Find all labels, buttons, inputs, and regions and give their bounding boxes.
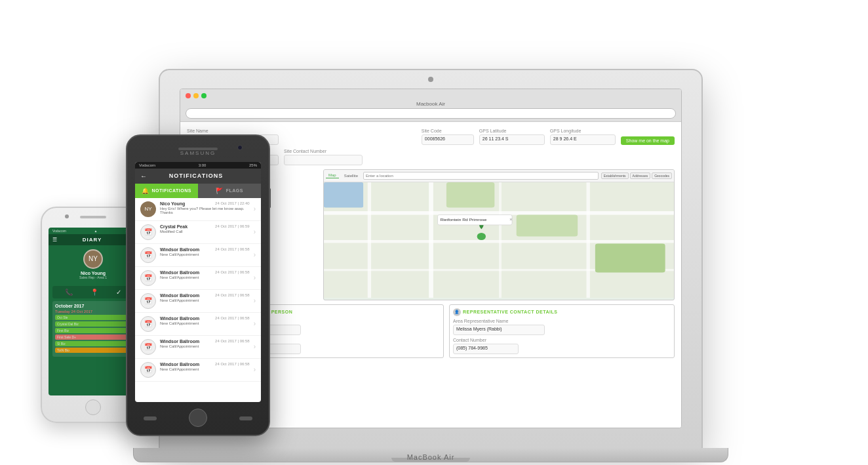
show-map-button[interactable]: Show me on the map [621, 136, 675, 145]
notif-avatar: NY [140, 201, 156, 217]
notification-item[interactable]: 📅 Windsor Ballroom 24 Oct 2017 | 06:58 N… [135, 244, 261, 267]
iphone-action-phone[interactable]: 📞 [65, 289, 73, 296]
notif-name: Windsor Ballroom [160, 362, 199, 367]
tab-notifications[interactable]: 🔔 NOTIFICATIONS [135, 184, 198, 198]
samsung-back-button[interactable] [144, 416, 157, 420]
iphone-diary-items: Oct SleCrystal Dal BizFirst BizFirst Sel… [55, 315, 131, 353]
scene: Macbook Air Site Name ACKERMANS APTEEK [41, 16, 827, 449]
gps-lat-group: GPS Latitude 26 11 23.4 S [479, 129, 545, 145]
notif-screen-title: NOTIFICATIONS [151, 172, 241, 179]
notif-chevron-icon: › [254, 205, 256, 212]
samsung-device: SAMSUNG Vodacom 3:00 25% ← NOTIFICATIONS [126, 134, 270, 436]
browser-url-bar[interactable] [186, 108, 676, 119]
map-search-input[interactable] [363, 172, 599, 180]
notification-item[interactable]: 📅 Windsor Ballroom 24 Oct 2017 | 06:58 N… [135, 313, 261, 336]
map-toolbar: Map Satellite Establishments Addresses G… [324, 170, 674, 182]
notif-chevron-icon: › [254, 274, 256, 281]
diary-item[interactable]: First Sele D+ [55, 334, 131, 340]
diary-item[interactable]: Sl Biz [55, 341, 131, 346]
notif-title-bar: ← NOTIFICATIONS [135, 169, 261, 184]
area-rep-input[interactable]: Melissa Myers (Rabbi) [453, 325, 545, 335]
contact-num-input[interactable]: (085) 784-9985 [453, 344, 519, 354]
notif-time: 24 Oct 2017 | 06:58 [215, 293, 250, 298]
notif-name: Windsor Ballroom [160, 247, 199, 252]
notif-back-icon[interactable]: ← [140, 172, 147, 180]
notif-time: 24 Oct 2017 | 22:40 [215, 201, 250, 206]
notif-message: Modified Call [160, 230, 250, 233]
traffic-yellow [193, 93, 199, 98]
notification-item[interactable]: 📅 Crystal Peak 24 Oct 2017 | 06:59 Modif… [135, 221, 261, 244]
notification-item[interactable]: 📅 Windsor Ballroom 24 Oct 2017 | 06:58 N… [135, 267, 261, 290]
iphone-app-header: ☰ DIARY 🔔 [49, 234, 138, 245]
map-chip-geocodes[interactable]: Geocodes [652, 172, 672, 179]
flags-tab-icon: 🚩 [216, 188, 224, 194]
iphone-action-check[interactable]: ✓ [116, 289, 121, 296]
map-container: Map Satellite Establishments Addresses G… [323, 169, 675, 300]
map-tab-satellite[interactable]: Satellite [342, 173, 361, 178]
diary-item[interactable]: Crystal Dal Biz [55, 321, 131, 327]
notif-name: Windsor Ballroom [160, 293, 199, 298]
svg-rect-6 [499, 182, 502, 298]
notif-content: Windsor Ballroom 24 Oct 2017 | 06:58 New… [160, 247, 250, 256]
diary-item[interactable]: First Biz [55, 328, 131, 333]
svg-rect-7 [587, 182, 590, 298]
macbook-camera [428, 77, 433, 82]
site-code-label: Site Code [422, 129, 474, 133]
diary-item[interactable]: Oct Sle [55, 315, 131, 320]
svg-rect-9 [517, 214, 578, 236]
svg-rect-11 [324, 182, 363, 208]
iphone-action-location[interactable]: 📍 [90, 289, 98, 296]
notification-item[interactable]: 📅 Windsor Ballroom 24 Oct 2017 | 06:58 N… [135, 359, 261, 382]
diary-item[interactable]: TotN Bio [55, 348, 131, 353]
notification-item[interactable]: 📅 Windsor Ballroom 24 Oct 2017 | 06:58 N… [135, 290, 261, 313]
notif-name: Crystal Peak [160, 224, 187, 229]
site-contact-num-label: Site Contact Number [284, 149, 363, 153]
notif-content: Nico Young 24 Oct 2017 | 22:40 Hey Eric!… [160, 201, 250, 214]
notif-content: Windsor Ballroom 24 Oct 2017 | 06:58 New… [160, 339, 250, 348]
samsung-home-button[interactable] [189, 409, 207, 427]
svg-rect-10 [595, 243, 665, 272]
map-tab-map[interactable]: Map [326, 172, 339, 178]
gps-lon-input[interactable]: 28 9 26.4 E [550, 134, 616, 145]
site-code-input[interactable]: 00085626 [422, 134, 474, 145]
samsung-power-button [269, 188, 271, 208]
iphone-status-bar: Vodacom ▲ 100% [49, 228, 138, 234]
iphone-screen: Vodacom ▲ 100% ☰ DIARY 🔔 NY Nico Young S… [49, 228, 138, 395]
notif-message: Hey Eric! Where you? Please let me know … [160, 207, 250, 214]
notification-item[interactable]: NY Nico Young 24 Oct 2017 | 22:40 Hey Er… [135, 198, 261, 221]
notif-icon: 📅 [140, 224, 156, 240]
notifications-tab-icon: 🔔 [142, 188, 149, 194]
tab-flags[interactable]: 🚩 FLAGS [198, 184, 261, 198]
notif-icon: 📅 [140, 270, 156, 286]
notif-chevron-icon: › [254, 320, 256, 327]
notif-icon: 📅 [140, 362, 156, 378]
samsung-recent-button[interactable] [239, 416, 252, 420]
samsung-brand: SAMSUNG [180, 150, 216, 156]
gps-lat-input[interactable]: 26 11 23.4 S [479, 134, 545, 145]
iphone-menu-icon[interactable]: ☰ [52, 237, 57, 243]
site-contact-num-input[interactable] [284, 155, 363, 165]
iphone-month-label: October 2017 [55, 304, 131, 308]
iphone-carrier: Vodacom [52, 229, 66, 233]
notif-time: 24 Oct 2017 | 06:58 [215, 362, 250, 367]
iphone-diary: October 2017 Tuesday 24 Oct 2017 Oct Sle… [52, 301, 134, 357]
notif-name: Windsor Ballroom [160, 270, 199, 275]
svg-rect-5 [429, 182, 433, 298]
svg-text:Rietfontein Rd Primrose: Rietfontein Rd Primrose [441, 218, 487, 222]
notif-icon: 📅 [140, 247, 156, 263]
iphone-home-button[interactable] [85, 399, 101, 415]
notif-chevron-icon: › [254, 228, 256, 235]
map-chip-establishments[interactable]: Establishments [601, 172, 629, 179]
notif-chevron-icon: › [254, 366, 256, 373]
notif-message: New Call/Appointment [160, 367, 250, 371]
notif-message: New Call/Appointment [160, 298, 250, 302]
map-chip-addresses[interactable]: Addresses [630, 172, 651, 179]
notif-name: Nico Young [160, 201, 185, 206]
notification-item[interactable]: 📅 Windsor Ballroom 24 Oct 2017 | 06:58 N… [135, 336, 261, 359]
gps-lon-label: GPS Longitude [550, 129, 616, 133]
notif-icon: 📅 [140, 293, 156, 309]
macbook-label: MacBook Air [407, 453, 455, 461]
iphone-app-title: DIARY [83, 237, 102, 243]
site-contact-num-group: Site Contact Number [284, 149, 363, 165]
notif-tabs: 🔔 NOTIFICATIONS 🚩 FLAGS [135, 184, 261, 198]
